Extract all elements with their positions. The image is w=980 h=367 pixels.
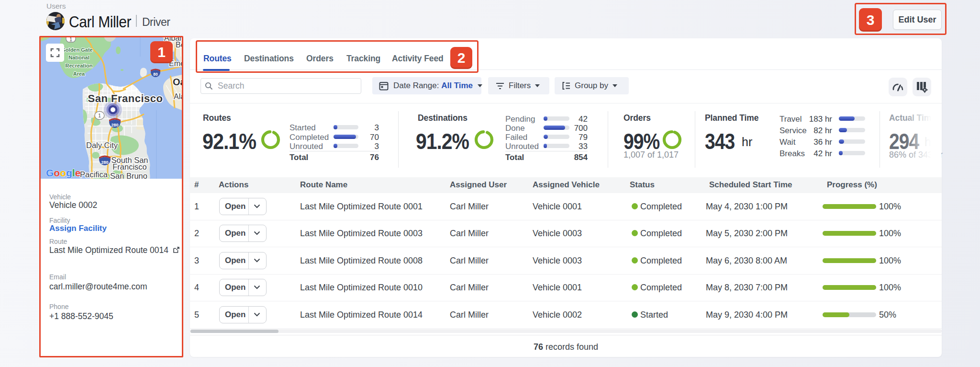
svg-text:San Francisco: San Francisco (88, 92, 163, 104)
svg-text:Google: Google (46, 167, 80, 178)
svg-text:280: 280 (101, 160, 108, 165)
svg-text:Francisco: Francisco (112, 162, 147, 171)
svg-text:Pacifica: Pacifica (80, 170, 108, 179)
svg-text:1: 1 (69, 37, 72, 42)
svg-text:1: 1 (98, 113, 101, 118)
svg-text:80: 80 (153, 72, 158, 77)
svg-text:Recreation: Recreation (66, 63, 93, 69)
svg-text:Golden Gate: Golden Gate (61, 47, 92, 53)
svg-text:Alameda: Alameda (174, 92, 182, 101)
svg-text:280: 280 (111, 123, 118, 127)
svg-text:National: National (68, 55, 89, 60)
svg-text:San Bruno: San Bruno (110, 172, 147, 179)
svg-text:Area: Area (73, 71, 85, 77)
svg-text:Oakland: Oakland (173, 77, 182, 87)
svg-text:Daly City: Daly City (86, 141, 118, 149)
svg-text:Berkeley: Berkeley (176, 41, 182, 49)
